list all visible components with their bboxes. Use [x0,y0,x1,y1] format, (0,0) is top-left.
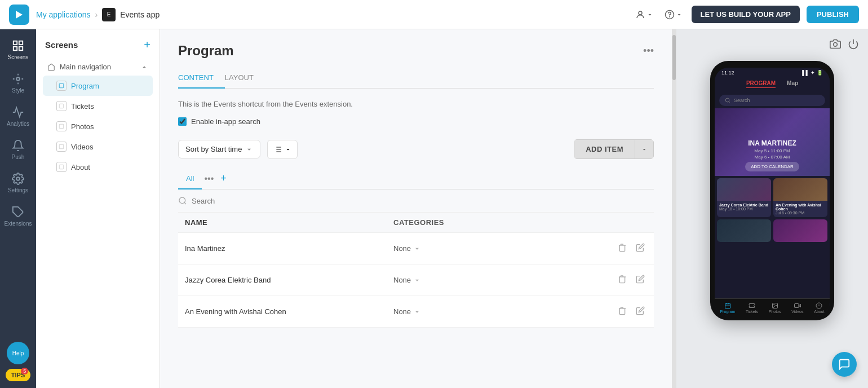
filter-more-button[interactable]: ••• [202,169,216,188]
row1-category-dropdown-icon[interactable] [413,245,421,253]
phone-nav-program[interactable]: Program [720,302,735,314]
phone-tab-program[interactable]: PROGRAM [746,80,776,88]
search-input[interactable] [192,197,654,205]
content-area: Program ••• CONTENT LAYOUT This is the E… [160,29,676,388]
phone-tab-map[interactable]: Map [787,80,798,88]
phone-search-bar[interactable]: Search [719,95,825,106]
phone-card-1[interactable]: Jazzy Corea Elektric Band May 18 • 10:00… [717,178,771,217]
nav-item-about[interactable]: About [43,157,153,177]
phone-status-bar: 11:12 ▌▌ ✦ 🔋 [715,68,830,78]
table-row: An Evening with Avishai Cohen None [178,296,654,328]
nav-item-photos[interactable]: Photos [43,116,153,136]
row3-delete-button[interactable] [615,304,629,319]
phone-hero-artist: INA MARTINEZ [719,139,825,147]
sort-select[interactable]: Sort by Start time [178,140,260,158]
content-tabs: CONTENT LAYOUT [178,68,654,89]
breadcrumb: My applications › E Events app [36,8,160,21]
app-name: Events app [120,10,160,19]
breadcrumb-my-apps[interactable]: My applications [36,10,91,19]
sort-order-button[interactable] [267,140,298,159]
phone-nav-photos-label: Photos [769,310,781,314]
svg-point-9 [16,177,20,180]
main-navigation-item[interactable]: Main navigation [43,58,153,76]
sidebar-item-style[interactable]: Style [0,67,36,99]
svg-point-8 [16,77,20,81]
svg-point-1 [639,11,642,15]
camera-icon-button[interactable] [830,38,841,51]
table-row: Ina Martinez None [178,233,654,264]
row3-category: None [393,307,602,316]
nav-item-tickets[interactable]: Tickets [43,96,153,116]
preview-panel: 11:12 ▌▌ ✦ 🔋 PROGRAM Map Search [676,29,868,388]
power-icon-button[interactable] [848,38,859,51]
nav-item-tickets-label: Tickets [71,102,94,111]
svg-point-22 [179,197,185,204]
help-button[interactable]: Help [7,342,29,364]
nav-item-videos[interactable]: Videos [43,136,153,157]
phone-nav-photos[interactable]: Photos [769,302,781,314]
sidebar-item-analytics[interactable]: Analytics [0,100,36,133]
filter-tab-all[interactable]: All [178,169,202,189]
phone-card-2[interactable]: An Evening with Avishai Cohen Jul 6 • 09… [773,178,827,217]
add-item-dropdown-button[interactable] [635,139,654,159]
svg-line-23 [184,202,186,204]
enable-search-checkbox[interactable] [178,117,187,126]
row3-edit-button[interactable] [634,304,647,319]
sidebar-item-extensions[interactable]: Extensions [0,200,36,232]
phone-nav-tickets-label: Tickets [746,310,758,314]
filter-tabs: All ••• + [178,168,654,189]
row1-delete-button[interactable] [615,241,629,256]
row2-delete-button[interactable] [615,272,629,288]
tab-content[interactable]: CONTENT [178,68,225,89]
col-actions-header [602,218,647,227]
sidebar-extensions-label: Extensions [5,221,32,227]
toolbar: Sort by Start time ADD ITEM [178,139,654,159]
help-icon-btn[interactable] [662,7,685,22]
more-options-button[interactable]: ••• [643,45,654,57]
app-logo [9,5,29,25]
sidebar-item-screens[interactable]: Screens [0,34,36,66]
chat-bubble-button[interactable] [832,352,857,377]
svg-point-24 [834,43,838,47]
add-screen-button[interactable]: + [144,38,150,51]
row3-category-dropdown-icon[interactable] [413,308,421,316]
scrollbar-thumb[interactable] [672,35,676,80]
phone-nav-tickets[interactable]: Tickets [746,302,758,314]
sidebar-item-push[interactable]: Push [0,134,36,166]
table-header: Name Categories [178,213,654,233]
table-row: Jazzy Corea Elektric Band None [178,264,654,296]
add-item-main-button[interactable]: ADD ITEM [574,139,635,159]
filter-add-button[interactable]: + [216,168,231,189]
phone-card-3[interactable] [717,219,771,242]
svg-rect-4 [14,41,17,45]
phone-nav-about[interactable]: About [814,302,824,314]
col-cat-header: Categories [393,218,602,227]
phone-card-grid: Jazzy Corea Elektric Band May 18 • 10:00… [715,176,830,242]
nav-item-program[interactable]: Program [43,76,153,96]
row2-category-dropdown-icon[interactable] [413,276,421,284]
publish-button[interactable]: PUBLISH [807,6,859,23]
row1-edit-button[interactable] [634,241,647,256]
tips-badge: 5 [21,368,28,374]
phone-card-1-image [717,178,771,201]
svg-rect-5 [19,41,23,45]
build-app-button[interactable]: LET US BUILD YOUR APP [692,6,800,23]
col-name-header: Name [185,218,393,227]
svg-line-27 [729,102,730,103]
phone-card-4[interactable] [773,219,827,242]
preview-icons [830,38,859,51]
phone-screen: 11:12 ▌▌ ✦ 🔋 PROGRAM Map Search [715,68,830,316]
svg-point-33 [773,305,774,306]
row1-actions [602,241,647,256]
user-icon-btn[interactable] [633,7,656,22]
svg-rect-13 [59,124,64,129]
svg-marker-0 [16,11,23,19]
phone-add-to-calendar-button[interactable]: ADD TO CALENDAR [745,162,799,171]
phone-nav-videos[interactable]: Videos [791,302,803,314]
main-navigation-label: Main navigation [60,63,111,71]
topbar: My applications › E Events app LET US BU… [0,0,868,29]
row2-edit-button[interactable] [634,272,647,288]
tab-layout[interactable]: LAYOUT [225,68,265,89]
sidebar-item-settings[interactable]: Settings [0,167,36,199]
scrollbar-track[interactable] [672,29,676,388]
